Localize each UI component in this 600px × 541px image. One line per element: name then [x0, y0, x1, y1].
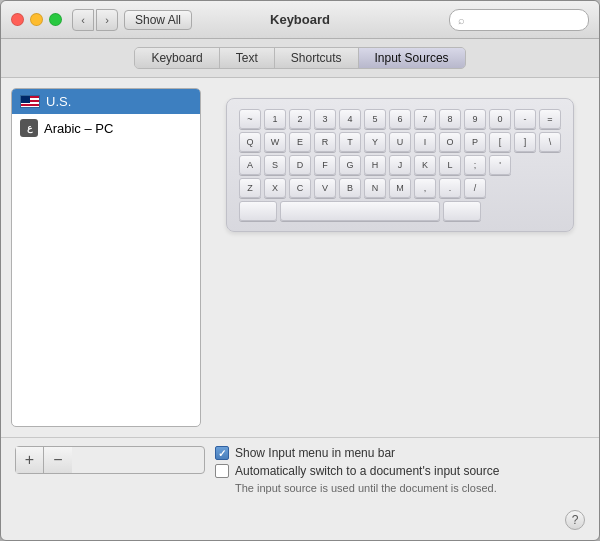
- list-item[interactable]: ع Arabic – PC: [12, 114, 200, 142]
- list-item[interactable]: U.S.: [12, 89, 200, 114]
- show-input-menu-label: Show Input menu in menu bar: [235, 446, 395, 460]
- maximize-button[interactable]: [49, 13, 62, 26]
- main-window: ‹ › Show All Keyboard ⌕ Keyboard Text Sh…: [0, 0, 600, 541]
- key: P: [464, 132, 486, 152]
- keyboard-row-4: Z X C V B N M , . /: [239, 178, 561, 198]
- tabs-bar: Keyboard Text Shortcuts Input Sources: [1, 39, 599, 78]
- key: .: [439, 178, 461, 198]
- auto-switch-checkbox[interactable]: [215, 464, 229, 478]
- key: ': [489, 155, 511, 175]
- key: U: [389, 132, 411, 152]
- key: X: [264, 178, 286, 198]
- key: L: [439, 155, 461, 175]
- search-input[interactable]: [469, 13, 580, 27]
- key: C: [289, 178, 311, 198]
- key: F: [314, 155, 336, 175]
- key: 2: [289, 109, 311, 129]
- window-title: Keyboard: [270, 12, 330, 27]
- list-item-label: U.S.: [46, 94, 71, 109]
- key: B: [339, 178, 361, 198]
- key: 7: [414, 109, 436, 129]
- tab-input-sources[interactable]: Input Sources: [359, 48, 465, 68]
- left-panel: U.S. ع Arabic – PC: [11, 88, 201, 427]
- key: E: [289, 132, 311, 152]
- key: ;: [464, 155, 486, 175]
- remove-input-source-button[interactable]: −: [44, 447, 72, 473]
- key: J: [389, 155, 411, 175]
- key: ]: [514, 132, 536, 152]
- keyboard-row-5: [239, 201, 561, 221]
- key: G: [339, 155, 361, 175]
- add-remove-buttons: + −: [15, 446, 205, 474]
- keyboard-row-2: Q W E R T Y U I O P [ ] \: [239, 132, 561, 152]
- navigation-buttons: ‹ ›: [72, 9, 118, 31]
- key: A: [239, 155, 261, 175]
- footer: ?: [1, 506, 599, 540]
- key: ,: [414, 178, 436, 198]
- auto-switch-label: Automatically switch to a document's inp…: [235, 464, 499, 478]
- key: V: [314, 178, 336, 198]
- minimize-button[interactable]: [30, 13, 43, 26]
- key-space: [280, 201, 440, 221]
- key: =: [539, 109, 561, 129]
- show-all-button[interactable]: Show All: [124, 10, 192, 30]
- key: -: [514, 109, 536, 129]
- keyboard-row-1: ~ 1 2 3 4 5 6 7 8 9 0 - =: [239, 109, 561, 129]
- key: 8: [439, 109, 461, 129]
- forward-button[interactable]: ›: [96, 9, 118, 31]
- key: 4: [339, 109, 361, 129]
- tab-text[interactable]: Text: [220, 48, 275, 68]
- tab-shortcuts[interactable]: Shortcuts: [275, 48, 359, 68]
- show-input-menu-checkbox[interactable]: [215, 446, 229, 460]
- add-input-source-button[interactable]: +: [16, 447, 44, 473]
- key: 5: [364, 109, 386, 129]
- keyboard-visual: ~ 1 2 3 4 5 6 7 8 9 0 - = Q W: [226, 98, 574, 232]
- key: M: [389, 178, 411, 198]
- key: 3: [314, 109, 336, 129]
- key: ~: [239, 109, 261, 129]
- help-button[interactable]: ?: [565, 510, 585, 530]
- arabic-icon: ع: [20, 119, 38, 137]
- key: 9: [464, 109, 486, 129]
- key: T: [339, 132, 361, 152]
- key: K: [414, 155, 436, 175]
- key: S: [264, 155, 286, 175]
- input-source-list: U.S. ع Arabic – PC: [11, 88, 201, 427]
- key-modifier: [239, 201, 277, 221]
- traffic-lights: [11, 13, 62, 26]
- flag-us-icon: [20, 95, 40, 108]
- key: Z: [239, 178, 261, 198]
- search-icon: ⌕: [458, 14, 465, 26]
- key: \: [539, 132, 561, 152]
- key: /: [464, 178, 486, 198]
- show-input-menu-row: Show Input menu in menu bar: [215, 446, 585, 460]
- key: N: [364, 178, 386, 198]
- bottom-left: + −: [15, 446, 205, 474]
- titlebar: ‹ › Show All Keyboard ⌕: [1, 1, 599, 39]
- key: 6: [389, 109, 411, 129]
- key: [: [489, 132, 511, 152]
- key: O: [439, 132, 461, 152]
- back-button[interactable]: ‹: [72, 9, 94, 31]
- bottom-right: Show Input menu in menu bar Automaticall…: [215, 446, 585, 494]
- keyboard-row-3: A S D F G H J K L ; ': [239, 155, 561, 175]
- search-box: ⌕: [449, 9, 589, 31]
- key: Q: [239, 132, 261, 152]
- hint-text: The input source is used until the docum…: [235, 482, 585, 494]
- right-panel: ~ 1 2 3 4 5 6 7 8 9 0 - = Q W: [211, 88, 589, 427]
- bottom-section: + − Show Input menu in menu bar Automati…: [1, 437, 599, 506]
- key-modifier: [443, 201, 481, 221]
- key: 1: [264, 109, 286, 129]
- close-button[interactable]: [11, 13, 24, 26]
- key: H: [364, 155, 386, 175]
- key: Y: [364, 132, 386, 152]
- key: I: [414, 132, 436, 152]
- main-content: U.S. ع Arabic – PC ~ 1 2 3 4 5: [1, 78, 599, 437]
- key: W: [264, 132, 286, 152]
- key: D: [289, 155, 311, 175]
- key: 0: [489, 109, 511, 129]
- key: R: [314, 132, 336, 152]
- tabs-container: Keyboard Text Shortcuts Input Sources: [134, 47, 465, 69]
- auto-switch-row: Automatically switch to a document's inp…: [215, 464, 585, 478]
- tab-keyboard[interactable]: Keyboard: [135, 48, 219, 68]
